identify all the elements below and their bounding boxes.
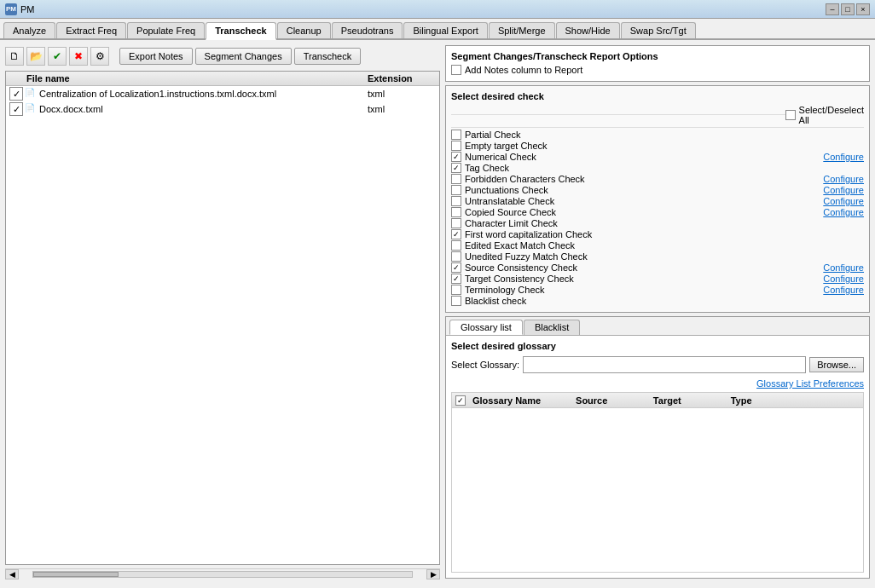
file-checkbox[interactable]: ✓ <box>9 87 23 101</box>
check-cb-empty-target[interactable] <box>451 141 461 151</box>
file-row[interactable]: ✓ 📄 Docx.docx.txml txml <box>6 101 439 117</box>
glossary-title: Select desired glossary <box>451 341 864 351</box>
tab-analyze[interactable]: Analyze <box>3 22 55 38</box>
check-row-edited-exact: Edited Exact Match Check <box>451 240 864 251</box>
configure-link-target-consistency[interactable]: Configure <box>823 274 864 284</box>
segment-options-title: Segment Changes/Transcheck Report Option… <box>451 51 864 61</box>
check-cb-copied-source[interactable] <box>451 207 461 217</box>
check-cb-blacklist-check[interactable] <box>451 296 461 306</box>
check-row-partial-check: Partial Check <box>451 130 864 140</box>
configure-link-untranslatable-check[interactable]: Configure <box>823 196 864 206</box>
glossary-content: Select desired glossary Select Glossary:… <box>446 336 869 578</box>
segment-options-section: Segment Changes/Transcheck Report Option… <box>445 45 870 82</box>
check-label-tag-check: Tag Check <box>465 163 864 173</box>
export-notes-button[interactable]: Export Notes <box>119 48 193 65</box>
glossary-prefs-link[interactable]: Glossary List Preferences <box>451 378 864 389</box>
browse-button[interactable]: Browse... <box>809 357 864 372</box>
close-button[interactable]: × <box>856 3 870 15</box>
open-folder-icon[interactable]: 📂 <box>26 47 45 66</box>
remove-icon[interactable]: ✖ <box>69 47 88 66</box>
check-label-punctuations-check: Punctuations Check <box>465 185 823 195</box>
tab-cleanup[interactable]: Cleanup <box>277 22 331 38</box>
check-cb-tag-check[interactable] <box>451 163 461 173</box>
check-cb-target-consistency[interactable] <box>451 274 461 284</box>
configure-link-forbidden-chars[interactable]: Configure <box>823 174 864 184</box>
check-cb-terminology-check[interactable] <box>451 285 461 295</box>
check-row-copied-source: Copied Source CheckConfigure <box>451 207 864 217</box>
tab-split-merge[interactable]: Split/Merge <box>489 22 555 38</box>
check-cb-forbidden-chars[interactable] <box>451 174 461 184</box>
check-label-numerical-check: Numerical Check <box>465 152 823 162</box>
glossary-target-col-header: Target <box>653 395 731 406</box>
check-row-source-consistency: Source Consistency CheckConfigure <box>451 262 864 273</box>
glossary-table-body <box>452 408 863 459</box>
filename-header: File name <box>9 73 368 84</box>
right-panel: Segment Changes/Transcheck Report Option… <box>445 45 870 579</box>
check-cb-edited-exact[interactable] <box>451 240 461 251</box>
segment-changes-button[interactable]: Segment Changes <box>195 48 292 65</box>
glossary-name-col-header: Glossary Name <box>472 395 576 406</box>
transcheck-button[interactable]: Transcheck <box>294 48 361 65</box>
check-cb-select-all[interactable] <box>785 110 796 120</box>
checks-list: Select/Deselect AllPartial CheckEmpty ta… <box>451 105 864 306</box>
file-row[interactable]: ✓ 📄 Centralization of Localization1.inst… <box>6 86 439 101</box>
check-cb-unedited-fuzzy[interactable] <box>451 251 461 262</box>
check-cb-partial-check[interactable] <box>451 130 461 140</box>
glossary-check-all[interactable] <box>455 395 466 406</box>
check-label-untranslatable-check: Untranslatable Check <box>465 196 823 206</box>
glossary-list-tab[interactable]: Glossary list <box>449 320 523 335</box>
minimize-button[interactable]: – <box>826 3 839 15</box>
add-notes-checkbox[interactable] <box>451 65 461 75</box>
configure-link-terminology-check[interactable]: Configure <box>823 285 864 295</box>
horizontal-scrollbar[interactable]: ◀ ▶ <box>5 568 440 579</box>
tab-show-hide[interactable]: Show/Hide <box>556 22 620 38</box>
file-checkbox[interactable]: ✓ <box>9 102 23 116</box>
configure-link-copied-source[interactable]: Configure <box>823 207 864 217</box>
check-cb-numerical-check[interactable] <box>451 152 461 162</box>
select-glossary-input[interactable] <box>523 356 806 373</box>
add-file-icon[interactable]: 🗋 <box>5 47 24 66</box>
main-tab-bar: AnalyzeExtract FreqPopulate FreqTransche… <box>0 19 875 40</box>
scrollbar-thumb[interactable] <box>33 572 119 577</box>
app-icon: PM <box>5 3 17 15</box>
check-cb-punctuations-check[interactable] <box>451 185 461 195</box>
file-ext: txml <box>368 104 436 114</box>
scrollbar-track[interactable] <box>32 571 413 578</box>
tab-populate-freq[interactable]: Populate Freq <box>127 22 205 38</box>
check-label-char-limit: Character Limit Check <box>465 218 864 228</box>
checks-title: Select desired check <box>451 91 864 101</box>
tab-pseudotrans[interactable]: Pseudotrans <box>332 22 403 38</box>
settings-icon[interactable]: ⚙ <box>90 47 109 66</box>
window-title: PM <box>20 4 35 14</box>
tab-bilingual-export[interactable]: Bilingual Export <box>403 22 487 38</box>
file-list-container: File name Extension ✓ 📄 Centralization o… <box>5 71 440 565</box>
title-bar: PM PM – □ × <box>0 0 875 19</box>
configure-link-punctuations-check[interactable]: Configure <box>823 185 864 195</box>
configure-link-numerical-check[interactable]: Configure <box>823 152 864 162</box>
check-icon[interactable]: ✔ <box>48 47 67 66</box>
file-ext: txml <box>368 89 436 99</box>
check-row-first-word-cap: First word capitalization Check <box>451 229 864 239</box>
check-row-forbidden-chars: Forbidden Characters CheckConfigure <box>451 174 864 184</box>
check-cb-untranslatable-check[interactable] <box>451 196 461 206</box>
blacklist-tab[interactable]: Blacklist <box>524 320 580 335</box>
tab-swap-src-tgt[interactable]: Swap Src/Tgt <box>621 22 696 38</box>
configure-link-source-consistency[interactable]: Configure <box>823 262 864 273</box>
select-glossary-label: Select Glossary: <box>451 360 519 370</box>
add-notes-label: Add Notes column to Report <box>465 65 864 75</box>
tab-extract-freq[interactable]: Extract Freq <box>56 22 126 38</box>
check-cb-source-consistency[interactable] <box>451 262 461 273</box>
checks-section: Select desired check Select/Deselect All… <box>445 85 870 313</box>
check-cb-first-word-cap[interactable] <box>451 229 461 239</box>
extension-header: Extension <box>368 73 436 84</box>
glossary-table: Glossary Name Source Target Type <box>451 392 864 573</box>
check-label-empty-target: Empty target Check <box>465 141 864 151</box>
check-row-numerical-check: Numerical CheckConfigure <box>451 152 864 162</box>
check-row-select-all: Select/Deselect All <box>451 105 864 125</box>
file-name: Docx.docx.txml <box>39 104 368 114</box>
check-cb-char-limit[interactable] <box>451 218 461 228</box>
add-notes-row: Add Notes column to Report <box>451 65 864 75</box>
maximize-button[interactable]: □ <box>841 3 855 15</box>
tab-transcheck[interactable]: Transcheck <box>206 22 276 40</box>
check-label-target-consistency: Target Consistency Check <box>465 274 823 284</box>
